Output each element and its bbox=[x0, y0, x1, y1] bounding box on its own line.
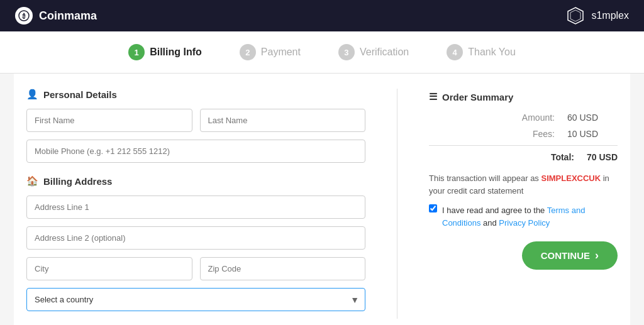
name-row bbox=[26, 109, 365, 132]
agree-pre: I have read and agree to the bbox=[442, 206, 547, 215]
person-icon: 👤 bbox=[26, 89, 38, 100]
first-name-input[interactable] bbox=[26, 109, 192, 132]
coinmama-logo: ₿ Coinmama bbox=[15, 7, 97, 25]
continue-label: CONTINUE bbox=[541, 250, 590, 261]
transaction-notice-pre: This transaction will appear as bbox=[429, 174, 541, 183]
order-divider bbox=[429, 145, 618, 146]
agree-mid: and bbox=[480, 218, 499, 228]
simplex-branding: s1mplex bbox=[566, 6, 629, 25]
country-select-wrapper: Select a country United States United Ki… bbox=[26, 288, 365, 311]
fees-value: 10 USD bbox=[567, 129, 618, 139]
step-thank-you: 4 Thank You bbox=[447, 44, 516, 60]
total-label: Total: bbox=[551, 152, 574, 162]
step-billing-info: 1 Billing Info bbox=[128, 44, 202, 60]
steps-bar: 1 Billing Info 2 Payment 3 Verification … bbox=[0, 31, 644, 74]
amount-row: Amount: 60 USD bbox=[429, 113, 618, 123]
phone-row bbox=[26, 140, 365, 163]
billing-address-title: 🏠 Billing Address bbox=[26, 175, 365, 187]
main-content: 👤 Personal Details 🏠 Billing Address bbox=[14, 74, 630, 325]
country-row: Select a country United States United Ki… bbox=[26, 288, 365, 311]
step-verification: 3 Verification bbox=[338, 44, 409, 60]
step-1-label: Billing Info bbox=[150, 47, 202, 58]
last-name-input[interactable] bbox=[200, 109, 366, 132]
address1-row bbox=[26, 196, 365, 219]
amount-value: 60 USD bbox=[567, 113, 618, 123]
simplex-logo-text: s1mplex bbox=[591, 10, 629, 21]
continue-arrow: › bbox=[595, 249, 599, 262]
left-panel: 👤 Personal Details 🏠 Billing Address bbox=[26, 89, 365, 319]
step-1-number: 1 bbox=[128, 44, 145, 60]
agree-row: I have read and agree to the Terms and C… bbox=[429, 204, 618, 229]
agree-checkbox[interactable] bbox=[429, 204, 437, 212]
home-icon: 🏠 bbox=[26, 175, 38, 187]
transaction-notice: This transaction will appear as SIMPLEXC… bbox=[429, 172, 618, 197]
city-zip-row bbox=[26, 257, 365, 280]
step-3-number: 3 bbox=[338, 44, 355, 60]
total-row: Total: 70 USD bbox=[429, 152, 618, 162]
coinmama-logo-icon: ₿ bbox=[15, 7, 33, 25]
app-header: ₿ Coinmama s1mplex bbox=[0, 0, 644, 31]
transaction-brand: SIMPLEXCCUK bbox=[541, 174, 601, 183]
continue-button-wrapper: CONTINUE › bbox=[429, 241, 618, 270]
continue-button[interactable]: CONTINUE › bbox=[522, 241, 618, 270]
address1-input[interactable] bbox=[26, 196, 365, 219]
privacy-link[interactable]: Privacy Policy bbox=[499, 218, 550, 228]
personal-details-title: 👤 Personal Details bbox=[26, 89, 365, 100]
fees-label: Fees: bbox=[533, 129, 555, 139]
svg-marker-3 bbox=[570, 10, 580, 21]
step-2-label: Payment bbox=[261, 47, 301, 58]
total-value: 70 USD bbox=[587, 152, 618, 162]
simplex-hex-icon bbox=[566, 6, 585, 25]
country-select[interactable]: Select a country United States United Ki… bbox=[26, 288, 365, 311]
address2-row bbox=[26, 226, 365, 250]
amount-label: Amount: bbox=[522, 113, 555, 123]
phone-input[interactable] bbox=[26, 140, 365, 163]
address2-input[interactable] bbox=[26, 226, 365, 250]
step-3-label: Verification bbox=[360, 47, 409, 58]
order-summary-title: ☰ Order Summary bbox=[429, 91, 618, 102]
zip-input[interactable] bbox=[200, 257, 366, 280]
coinmama-logo-text: Coinmama bbox=[39, 9, 97, 23]
billing-address-section: 🏠 Billing Address Select a country Unite… bbox=[26, 175, 365, 311]
right-panel: ☰ Order Summary Amount: 60 USD Fees: 10 … bbox=[429, 89, 618, 319]
step-2-number: 2 bbox=[240, 44, 256, 60]
fees-row: Fees: 10 USD bbox=[429, 129, 618, 139]
panel-divider bbox=[397, 89, 397, 319]
city-input[interactable] bbox=[26, 257, 192, 280]
list-icon: ☰ bbox=[429, 91, 437, 102]
agree-text: I have read and agree to the Terms and C… bbox=[442, 204, 618, 229]
step-4-label: Thank You bbox=[468, 47, 516, 58]
step-payment: 2 Payment bbox=[240, 44, 301, 60]
step-4-number: 4 bbox=[447, 44, 463, 60]
